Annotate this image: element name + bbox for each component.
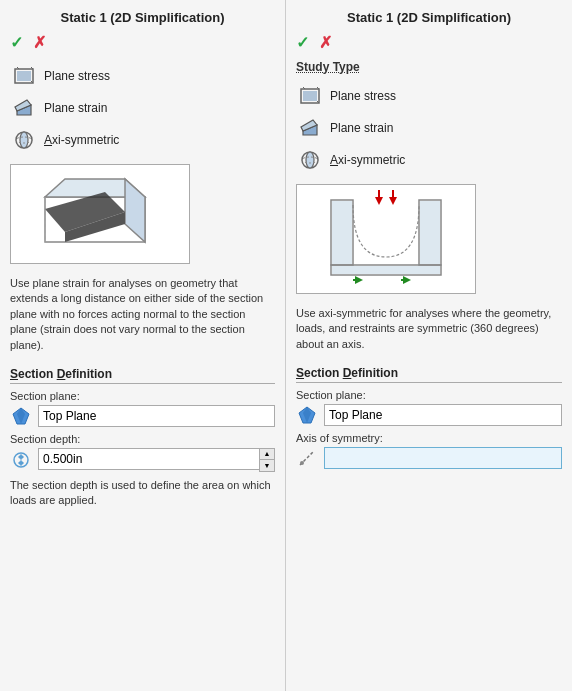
left-option-axi[interactable]: Axi-symmetric (10, 124, 275, 156)
svg-marker-43 (403, 276, 411, 284)
plane-strain-icon (12, 96, 36, 120)
right-description: Use axi-symmetric for analyses where the… (296, 306, 562, 352)
left-panel-title: Static 1 (2D Simplification) (10, 10, 275, 25)
left-section-depth-row: ▲ ▼ (10, 448, 275, 472)
right-plane-stress-label: Plane stress (330, 89, 396, 103)
spin-down[interactable]: ▼ (260, 460, 274, 471)
left-plane-stress-label: Plane stress (44, 69, 110, 83)
right-section-plane-icon (296, 404, 318, 426)
section-plane-icon (10, 405, 32, 427)
study-type-label: Study Type (296, 60, 562, 74)
right-axi-label: Axi-symmetric (330, 153, 405, 167)
right-plane-stress-icon (298, 84, 322, 108)
left-axi-label: Axi-symmetric (44, 133, 119, 147)
right-plane-strain-label: Plane strain (330, 121, 393, 135)
left-option-plane-strain[interactable]: Plane strain (10, 92, 275, 124)
right-section-plane-label: Section plane: (296, 389, 562, 401)
left-section-plane-label: Section plane: (10, 390, 275, 402)
svg-rect-1 (17, 71, 31, 81)
left-plane-strain-label: Plane strain (44, 101, 107, 115)
left-option-plane-stress[interactable]: Plane stress (10, 60, 275, 92)
svg-marker-37 (375, 197, 383, 205)
right-panel-title: Static 1 (2D Simplification) (296, 10, 562, 25)
right-section-plane-row (296, 404, 562, 426)
right-axi-symmetric-icon (298, 148, 322, 172)
right-diagram (296, 184, 476, 294)
right-axis-label: Axis of symmetry: (296, 432, 562, 444)
svg-marker-39 (389, 197, 397, 205)
right-plane-strain-icon (298, 116, 322, 140)
svg-point-8 (20, 132, 28, 148)
right-check-row: ✓ ✗ (296, 33, 562, 52)
axis-symmetry-icon (296, 447, 318, 469)
right-option-axi[interactable]: Axi-symmetric (296, 144, 562, 176)
left-section-plane-row (10, 405, 275, 427)
right-panel: Static 1 (2D Simplification) ✓ ✗ Study T… (286, 0, 572, 691)
section-depth-icon (10, 449, 32, 471)
right-axis-input[interactable] (324, 447, 562, 469)
left-bottom-note: The section depth is used to define the … (10, 478, 275, 509)
svg-rect-21 (303, 91, 317, 101)
right-section-plane-input[interactable] (324, 404, 562, 426)
left-section-def-title: Section Definition (10, 367, 275, 384)
section-depth-input[interactable] (38, 448, 259, 470)
right-option-plane-strain[interactable]: Plane strain (296, 112, 562, 144)
svg-marker-41 (355, 276, 363, 284)
axi-symmetric-icon-left (12, 128, 36, 152)
svg-marker-12 (125, 179, 145, 242)
right-check-green[interactable]: ✓ (296, 33, 309, 52)
svg-rect-35 (332, 266, 440, 274)
right-check-red[interactable]: ✗ (319, 33, 332, 52)
plane-stress-icon (12, 64, 36, 88)
left-panel: Static 1 (2D Simplification) ✓ ✗ Plane s… (0, 0, 286, 691)
left-diagram (10, 164, 190, 264)
svg-rect-33 (332, 201, 352, 264)
svg-rect-34 (420, 201, 440, 264)
left-section-plane-input[interactable] (38, 405, 275, 427)
left-section-depth-label: Section depth: (10, 433, 275, 445)
right-section-def-title: Section Definition (296, 366, 562, 383)
section-depth-spinner[interactable]: ▲ ▼ (38, 448, 275, 472)
right-option-plane-stress[interactable]: Plane stress (296, 80, 562, 112)
left-description: Use plane strain for analyses on geometr… (10, 276, 275, 353)
spin-buttons[interactable]: ▲ ▼ (259, 448, 275, 472)
spin-up[interactable]: ▲ (260, 449, 274, 460)
svg-point-28 (306, 152, 314, 168)
left-check-red[interactable]: ✗ (33, 33, 46, 52)
svg-point-47 (300, 461, 304, 465)
right-axis-row (296, 447, 562, 469)
left-check-row: ✓ ✗ (10, 33, 275, 52)
left-check-green[interactable]: ✓ (10, 33, 23, 52)
